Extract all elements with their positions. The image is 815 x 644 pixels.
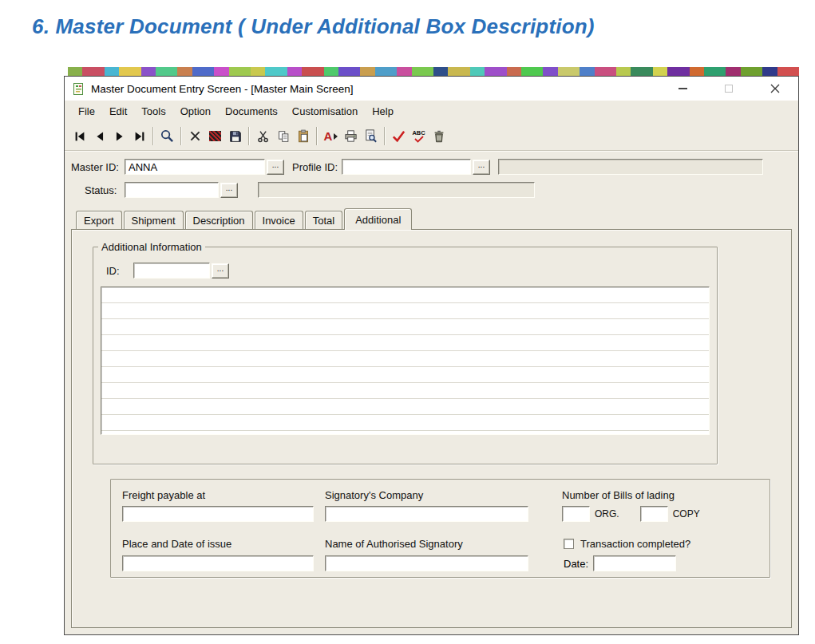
window-controls	[659, 77, 798, 101]
freight-payable-input[interactable]	[122, 506, 314, 522]
toolbar-separator	[180, 127, 182, 145]
additional-tab-panel: Additional Information ID: ... Freight p…	[71, 229, 792, 628]
delete-icon	[188, 129, 202, 143]
menu-option[interactable]: Option	[173, 102, 218, 121]
last-record-button[interactable]	[129, 126, 149, 147]
commit-button[interactable]	[389, 126, 409, 147]
tab-invoice[interactable]: Invoice	[255, 211, 303, 229]
master-id-label: Master ID:	[71, 161, 125, 173]
print-preview-icon	[363, 128, 378, 144]
menu-tools[interactable]: Tools	[134, 102, 172, 121]
additional-info-list[interactable]	[101, 286, 710, 435]
font-icon: A	[324, 130, 333, 142]
additional-id-input[interactable]	[133, 263, 210, 279]
print-button[interactable]	[341, 126, 361, 147]
authorised-signatory-label: Name of Authorised Signatory	[325, 538, 463, 550]
tab-export[interactable]: Export	[76, 211, 122, 229]
title-bar: Master Document Entry Screen - [Master M…	[65, 77, 798, 101]
additional-id-row: ID: ...	[93, 263, 717, 279]
cut-icon	[256, 129, 271, 144]
void-button[interactable]	[205, 126, 225, 147]
cut-button[interactable]	[253, 126, 273, 147]
paste-button[interactable]	[293, 126, 313, 147]
profile-id-input[interactable]	[342, 159, 471, 175]
menu-edit[interactable]: Edit	[102, 102, 134, 121]
additional-information-title: Additional Information	[98, 241, 205, 253]
void-icon	[209, 131, 221, 141]
additional-id-label: ID:	[106, 265, 133, 277]
maximize-icon	[725, 85, 733, 93]
toolbar: A ABC	[65, 122, 798, 151]
previous-record-button[interactable]	[89, 126, 109, 147]
authorised-signatory-input[interactable]	[325, 555, 528, 571]
page-title: 6. Master Document ( Under Additional Bo…	[32, 14, 595, 39]
tab-total[interactable]: Total	[305, 211, 342, 229]
find-icon	[160, 128, 175, 144]
app-icon	[72, 82, 85, 96]
spell-check-icon: ABC	[412, 130, 425, 143]
transaction-completed-checkbox[interactable]	[564, 539, 574, 549]
status-row: Status: ...	[71, 182, 798, 198]
bottom-labels-row-2: Place and Date of issue Name of Authoris…	[111, 536, 770, 551]
bills-copy-input[interactable]	[640, 506, 668, 522]
delete-button[interactable]	[185, 126, 205, 147]
transaction-completed-label: Transaction completed?	[580, 538, 690, 550]
next-record-icon	[113, 129, 127, 144]
tab-description[interactable]: Description	[185, 211, 253, 229]
toolbar-separator	[152, 127, 154, 145]
toolbar-separator	[248, 127, 250, 145]
menu-bar: File Edit Tools Option Documents Customi…	[65, 101, 798, 122]
find-button[interactable]	[157, 126, 177, 147]
bottom-labels-row-1: Freight payable at Signatory's Company N…	[111, 488, 770, 502]
last-record-icon	[133, 129, 147, 144]
tab-shipment[interactable]: Shipment	[124, 211, 184, 229]
date-label: Date:	[564, 558, 588, 570]
master-id-input[interactable]	[125, 159, 265, 175]
profile-id-browse-button[interactable]: ...	[473, 160, 490, 175]
place-date-issue-input[interactable]	[122, 555, 314, 571]
master-id-browse-button[interactable]: ...	[267, 160, 284, 175]
place-date-issue-label: Place and Date of issue	[122, 538, 231, 550]
minimize-button[interactable]	[659, 77, 706, 101]
additional-id-browse-button[interactable]: ...	[212, 263, 229, 279]
signatory-company-label: Signatory's Company	[325, 489, 423, 501]
status-input[interactable]	[125, 182, 219, 198]
font-arrow-icon	[334, 133, 338, 140]
previous-record-icon	[93, 129, 107, 144]
menu-help[interactable]: Help	[365, 102, 401, 121]
date-input[interactable]	[593, 555, 676, 571]
first-record-button[interactable]	[69, 126, 89, 147]
minimize-icon	[679, 88, 687, 89]
checkmark-icon	[391, 128, 406, 144]
window-title: Master Document Entry Screen - [Master M…	[91, 83, 354, 95]
copy-icon	[276, 129, 291, 144]
signature-group: Freight payable at Signatory's Company N…	[110, 479, 770, 578]
spell-check-button[interactable]: ABC	[409, 126, 429, 147]
org-label: ORG.	[595, 508, 619, 520]
first-record-icon	[73, 129, 87, 144]
tab-additional[interactable]: Additional	[344, 208, 412, 230]
print-preview-button[interactable]	[361, 126, 381, 147]
signatory-company-input[interactable]	[325, 506, 528, 522]
next-record-button[interactable]	[109, 126, 129, 147]
menu-file[interactable]: File	[71, 102, 102, 121]
status-description-field	[258, 182, 535, 198]
maximize-button[interactable]	[706, 77, 752, 101]
profile-id-label: Profile ID:	[292, 161, 342, 173]
profile-id-description-field	[498, 159, 763, 175]
font-button[interactable]: A	[321, 126, 341, 147]
status-browse-button[interactable]: ...	[220, 183, 238, 198]
discard-button[interactable]	[429, 126, 449, 147]
menu-customisation[interactable]: Customisation	[285, 102, 365, 121]
status-label: Status:	[85, 184, 125, 196]
toolbar-separator	[316, 127, 318, 145]
menu-documents[interactable]: Documents	[218, 102, 285, 121]
paste-icon	[296, 129, 311, 144]
close-button[interactable]	[752, 77, 798, 101]
bills-org-input[interactable]	[562, 506, 590, 522]
bottom-inputs-row-1: ORG. COPY	[111, 506, 770, 522]
additional-information-group: Additional Information ID: ...	[93, 241, 718, 464]
save-button[interactable]	[225, 126, 245, 147]
trash-icon	[432, 129, 446, 144]
copy-button[interactable]	[273, 126, 293, 147]
